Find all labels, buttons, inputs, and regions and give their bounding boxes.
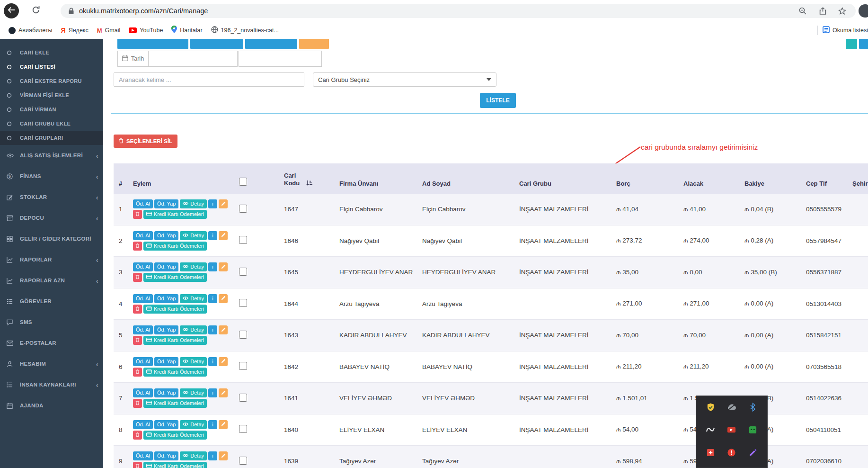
- tray-wave-icon[interactable]: [700, 423, 721, 436]
- bookmark-star-icon[interactable]: [838, 7, 846, 15]
- tray-pen-icon[interactable]: [742, 447, 763, 459]
- credit-card-payments-button[interactable]: Kredi Kartı Ödemeleri: [143, 210, 207, 219]
- delete-row-button[interactable]: [133, 431, 142, 440]
- row-checkbox[interactable]: [239, 425, 247, 433]
- payment-receive-button[interactable]: Öd. Al: [133, 294, 153, 303]
- payment-receive-button[interactable]: Öd. Al: [133, 231, 153, 240]
- payment-receive-button[interactable]: Öd. Al: [133, 388, 153, 397]
- edit-button[interactable]: [219, 388, 228, 397]
- detail-button[interactable]: Detay: [180, 262, 207, 271]
- sidebar-item-raporlar-azn[interactable]: RAPORLAR AZN‹: [0, 270, 103, 291]
- delete-row-button[interactable]: [133, 305, 142, 314]
- row-checkbox[interactable]: [239, 268, 247, 276]
- detail-button[interactable]: Detay: [180, 420, 207, 429]
- info-button[interactable]: i: [208, 388, 217, 397]
- top-right-partial-button-2[interactable]: [859, 39, 868, 49]
- top-partial-button-3[interactable]: [245, 39, 297, 49]
- payment-receive-button[interactable]: Öd. Al: [133, 199, 153, 208]
- detail-button[interactable]: Detay: [180, 325, 207, 334]
- row-checkbox[interactable]: [239, 205, 247, 213]
- credit-card-payments-button[interactable]: Kredi Kartı Ödemeleri: [143, 305, 207, 314]
- tray-alert-icon[interactable]: [721, 447, 743, 459]
- info-button[interactable]: i: [208, 294, 217, 303]
- search-input[interactable]: [114, 72, 304, 87]
- sidebar-item-stoklar[interactable]: STOKLAR‹: [0, 187, 103, 207]
- payment-receive-button[interactable]: Öd. Al: [133, 357, 153, 366]
- info-button[interactable]: i: [208, 420, 217, 429]
- row-checkbox[interactable]: [239, 236, 247, 244]
- delete-row-button[interactable]: [133, 242, 142, 251]
- sidebar-item-alis-satis-islemleri[interactable]: ALIŞ SATIŞ İŞLEMLERİ‹: [0, 145, 103, 166]
- sidebar-item-cari-grubu-ekle[interactable]: CARİ GRUBU EKLE: [0, 117, 103, 131]
- edit-button[interactable]: [219, 325, 228, 334]
- sidebar-item-e-postalar[interactable]: E-POSTALAR: [0, 333, 103, 353]
- cari-grubu-select[interactable]: Cari Grubu Seçiniz: [313, 72, 496, 87]
- detail-button[interactable]: Detay: [180, 388, 207, 397]
- tray-shield-icon[interactable]: [700, 401, 721, 413]
- payment-make-button[interactable]: Öd. Yap: [154, 262, 178, 271]
- date-end-input[interactable]: [239, 51, 322, 67]
- row-checkbox[interactable]: [239, 299, 247, 307]
- info-button[interactable]: i: [208, 199, 217, 208]
- profile-avatar[interactable]: [859, 4, 868, 18]
- tray-red-app-icon[interactable]: [721, 423, 743, 436]
- payment-make-button[interactable]: Öd. Yap: [154, 420, 178, 429]
- edit-button[interactable]: [219, 262, 228, 271]
- edit-button[interactable]: [219, 420, 228, 429]
- edit-button[interactable]: [219, 357, 228, 366]
- sidebar-item-finans[interactable]: $FİNANS‹: [0, 166, 103, 187]
- info-button[interactable]: i: [208, 262, 217, 271]
- credit-card-payments-button[interactable]: Kredi Kartı Ödemeleri: [143, 273, 207, 282]
- select-all-checkbox[interactable]: [239, 178, 247, 186]
- listele-button[interactable]: LİSTELE: [480, 93, 516, 108]
- sidebar-item-gelir-gider-kategori[interactable]: GELİR / GİDER KATEGORİ: [0, 228, 103, 249]
- sidebar-item-ajanda[interactable]: AJANDA: [0, 395, 103, 416]
- refresh-button[interactable]: [30, 5, 42, 17]
- tray-red-square-icon[interactable]: [700, 447, 721, 459]
- tray-bluetooth-icon[interactable]: [742, 401, 763, 413]
- delete-row-button[interactable]: [133, 399, 142, 408]
- detail-button[interactable]: Detay: [180, 231, 207, 240]
- payment-make-button[interactable]: Öd. Yap: [154, 294, 178, 303]
- reading-list-button[interactable]: Okuma listesi: [823, 26, 868, 35]
- delete-selected-button[interactable]: SEÇİLENLERİ SİL: [114, 135, 177, 148]
- date-start-input[interactable]: [148, 51, 238, 67]
- sidebar-item-raporlar[interactable]: RAPORLAR‹: [0, 249, 103, 270]
- detail-button[interactable]: Detay: [180, 451, 207, 460]
- tray-cloud-offline-icon[interactable]: [721, 401, 743, 413]
- sidebar-item-cari-gruplari[interactable]: CARİ GRUPLARI: [0, 131, 103, 145]
- sidebar-item-virman-fisi-ekle[interactable]: VİRMAN FİŞİ EKLE: [0, 88, 103, 102]
- sidebar-item-hesabim[interactable]: HESABIM‹: [0, 353, 103, 374]
- top-partial-button-2[interactable]: [190, 39, 243, 49]
- credit-card-payments-button[interactable]: Kredi Kartı Ödemeleri: [143, 399, 207, 408]
- sidebar-item-gorevler[interactable]: GÖREVLER: [0, 291, 103, 312]
- bookmark-aviabilety[interactable]: Авиабилеты: [9, 27, 53, 34]
- payment-make-button[interactable]: Öd. Yap: [154, 357, 178, 366]
- credit-card-payments-button[interactable]: Kredi Kartı Ödemeleri: [143, 242, 207, 251]
- payment-receive-button[interactable]: Öd. Al: [133, 262, 153, 271]
- credit-card-payments-button[interactable]: Kredi Kartı Ödemeleri: [143, 368, 207, 377]
- bookmark-haritalar[interactable]: Haritalar: [171, 26, 202, 35]
- credit-card-payments-button[interactable]: Kredi Kartı Ödemeleri: [143, 336, 207, 345]
- edit-button[interactable]: [219, 199, 228, 208]
- top-partial-button-4[interactable]: [299, 39, 329, 49]
- bookmark-youtube[interactable]: YouTube: [129, 27, 163, 34]
- delete-row-button[interactable]: [133, 368, 142, 377]
- info-button[interactable]: i: [208, 325, 217, 334]
- back-button[interactable]: [4, 3, 19, 18]
- detail-button[interactable]: Detay: [180, 294, 207, 303]
- bookmark-novalties[interactable]: 196_2_novalties-cat...: [211, 26, 279, 35]
- sidebar-item-cari-virman[interactable]: CARİ VİRMAN: [0, 102, 103, 117]
- sidebar-item-cari-listesi[interactable]: CARİ LİSTESİ: [0, 60, 103, 74]
- sidebar-item-sms[interactable]: SMS: [0, 312, 103, 333]
- payment-make-button[interactable]: Öd. Yap: [154, 231, 178, 240]
- payment-make-button[interactable]: Öd. Yap: [154, 199, 178, 208]
- detail-button[interactable]: Detay: [180, 199, 207, 208]
- header-cari-kodu[interactable]: Cari Kodu: [284, 163, 339, 194]
- info-button[interactable]: i: [208, 357, 217, 366]
- bookmark-yandex[interactable]: Я Яндекс: [61, 27, 89, 34]
- payment-receive-button[interactable]: Öd. Al: [133, 325, 153, 334]
- row-checkbox[interactable]: [239, 394, 247, 402]
- payment-make-button[interactable]: Öd. Yap: [154, 388, 178, 397]
- row-checkbox[interactable]: [239, 331, 247, 339]
